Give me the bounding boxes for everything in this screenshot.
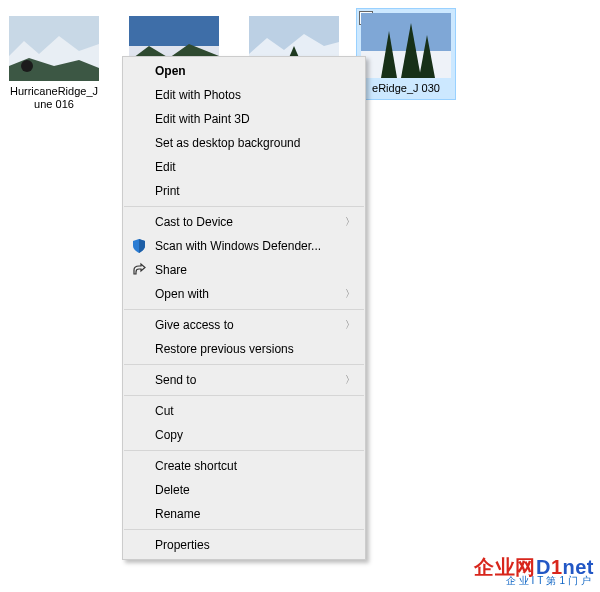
thumbnail-icon: [361, 13, 451, 78]
menu-restore-previous-versions[interactable]: Restore previous versions: [123, 337, 365, 361]
svg-rect-4: [129, 16, 219, 48]
menu-label: Print: [155, 184, 355, 198]
menu-edit-with-paint3d[interactable]: Edit with Paint 3D: [123, 107, 365, 131]
menu-label: Cast to Device: [155, 215, 345, 229]
menu-label: Scan with Windows Defender...: [155, 239, 355, 253]
chevron-right-icon: 〉: [345, 373, 355, 387]
menu-separator: [124, 364, 364, 365]
menu-copy[interactable]: Copy: [123, 423, 365, 447]
desktop-area[interactable]: HurricaneRidge_June 016 ✓: [0, 0, 600, 592]
menu-label: Create shortcut: [155, 459, 355, 473]
menu-rename[interactable]: Rename: [123, 502, 365, 526]
menu-label: Open with: [155, 287, 345, 301]
menu-separator: [124, 529, 364, 530]
menu-label: Delete: [155, 483, 355, 497]
share-icon: [131, 262, 147, 278]
menu-label: Edit with Photos: [155, 88, 355, 102]
menu-scan-defender[interactable]: Scan with Windows Defender...: [123, 234, 365, 258]
file-label: HurricaneRidge_June 016: [8, 85, 100, 111]
thumbnail-icon: [9, 16, 99, 81]
menu-separator: [124, 206, 364, 207]
menu-label: Edit with Paint 3D: [155, 112, 355, 126]
menu-separator: [124, 450, 364, 451]
menu-label: Edit: [155, 160, 355, 174]
menu-label: Restore previous versions: [155, 342, 355, 356]
menu-send-to[interactable]: Send to 〉: [123, 368, 365, 392]
menu-open-with[interactable]: Open with 〉: [123, 282, 365, 306]
menu-label: Properties: [155, 538, 355, 552]
menu-properties[interactable]: Properties: [123, 533, 365, 557]
watermark-line1: 企业网D1net: [474, 557, 594, 577]
file-label: eRidge_J 030: [361, 82, 451, 95]
menu-label: Share: [155, 263, 355, 277]
menu-print[interactable]: Print: [123, 179, 365, 203]
menu-separator: [124, 395, 364, 396]
menu-label: Set as desktop background: [155, 136, 355, 150]
menu-separator: [124, 309, 364, 310]
svg-point-3: [21, 60, 33, 72]
menu-give-access-to[interactable]: Give access to 〉: [123, 313, 365, 337]
shield-icon: [131, 238, 147, 254]
chevron-right-icon: 〉: [345, 287, 355, 301]
menu-set-desktop-background[interactable]: Set as desktop background: [123, 131, 365, 155]
menu-label: Send to: [155, 373, 345, 387]
file-item[interactable]: HurricaneRidge_June 016: [4, 12, 104, 115]
context-menu: Open Edit with Photos Edit with Paint 3D…: [122, 56, 366, 560]
menu-open[interactable]: Open: [123, 59, 365, 83]
menu-delete[interactable]: Delete: [123, 478, 365, 502]
watermark-logo: 企业网D1net 企业IT第1门户: [474, 557, 594, 586]
menu-edit[interactable]: Edit: [123, 155, 365, 179]
svg-rect-10: [361, 13, 451, 53]
chevron-right-icon: 〉: [345, 318, 355, 332]
menu-create-shortcut[interactable]: Create shortcut: [123, 454, 365, 478]
menu-share[interactable]: Share: [123, 258, 365, 282]
menu-label: Open: [155, 64, 355, 78]
menu-label: Cut: [155, 404, 355, 418]
menu-label: Copy: [155, 428, 355, 442]
menu-label: Rename: [155, 507, 355, 521]
menu-cut[interactable]: Cut: [123, 399, 365, 423]
menu-label: Give access to: [155, 318, 345, 332]
menu-edit-with-photos[interactable]: Edit with Photos: [123, 83, 365, 107]
chevron-right-icon: 〉: [345, 215, 355, 229]
file-item-selected[interactable]: ✓ eRidge_J 030: [356, 8, 456, 100]
menu-cast-to-device[interactable]: Cast to Device 〉: [123, 210, 365, 234]
